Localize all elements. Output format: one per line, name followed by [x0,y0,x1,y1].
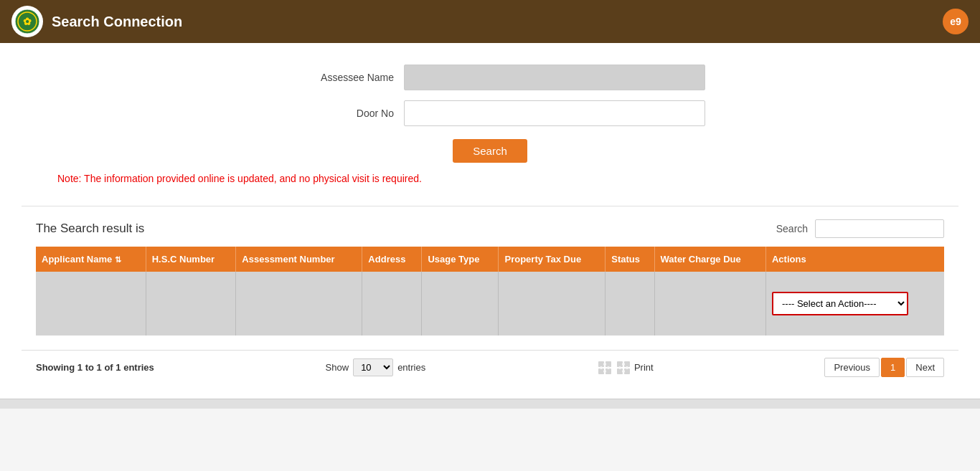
show-select[interactable]: 10 25 50 100 [353,358,393,376]
svg-rect-5 [598,368,604,374]
result-search-label: Search [776,223,808,234]
puzzle-icon-1 [597,360,613,376]
svg-rect-12 [624,361,630,367]
next-button[interactable]: Next [906,358,944,377]
cell-usage-type [422,272,499,336]
door-no-row: Door No [36,100,944,126]
pagination-nav: Previous 1 Next [824,358,944,377]
svg-rect-6 [606,368,611,374]
svg-point-8 [607,366,610,369]
col-usage-type: Usage Type [422,247,499,272]
col-address: Address [362,247,422,272]
door-no-label: Door No [275,108,404,119]
form-section: Assessee Name Door No Search Note: The i… [22,57,958,206]
col-applicant-name: Applicant Name ⇅ [36,247,146,272]
assessee-name-input[interactable] [404,65,705,90]
showing-from: 1 [77,362,83,373]
showing-total: 1 [116,362,121,373]
assessee-name-label: Assessee Name [275,72,404,83]
app-logo: ✿ [11,6,43,37]
col-actions: Actions [765,247,944,272]
svg-point-16 [626,366,628,369]
col-property-tax-due: Property Tax Due [499,247,606,272]
table-header-row: Applicant Name ⇅ H.S.C Number Assessment… [36,247,944,272]
svg-point-9 [603,370,606,373]
svg-rect-3 [598,361,604,367]
svg-point-15 [622,363,625,366]
svg-point-10 [600,366,603,369]
note-text: Note: The information provided online is… [57,173,944,184]
sort-icon[interactable]: ⇅ [115,255,121,264]
show-entries: Show 10 25 50 100 entries [326,358,426,376]
table-row: ---- Select an Action---- [36,272,944,336]
puzzle-icon-2 [616,360,631,376]
results-table: Applicant Name ⇅ H.S.C Number Assessment… [36,247,944,336]
showing-text: Showing 1 to 1 of 1 entries [36,362,154,373]
cell-assessment-number [236,272,362,336]
current-page-button[interactable]: 1 [881,358,905,377]
cell-status [606,272,654,336]
col-status: Status [606,247,654,272]
header-left: ✿ Search Connection [11,6,182,37]
bottom-scrollbar[interactable] [0,399,980,409]
print-link[interactable]: Print [634,362,654,373]
col-water-charge-due: Water Charge Due [654,247,765,272]
door-no-input[interactable] [404,100,705,126]
svg-point-7 [603,363,606,366]
svg-rect-11 [617,361,623,367]
search-button[interactable]: Search [453,139,527,163]
cell-water-charge-due [654,272,765,336]
cell-property-tax-due [499,272,606,336]
page-header: ✿ Search Connection e9 [0,0,980,43]
cell-hsc-number [146,272,236,336]
svg-point-18 [618,366,621,369]
svg-text:✿: ✿ [23,16,32,27]
col-hsc-number: H.S.C Number [146,247,236,272]
previous-button[interactable]: Previous [824,358,880,377]
svg-point-17 [622,370,625,373]
cell-address [362,272,422,336]
action-select[interactable]: ---- Select an Action---- [772,292,908,315]
footer-bar: Showing 1 to 1 of 1 entries Show 10 25 5… [22,350,958,384]
user-badge[interactable]: e9 [943,9,969,34]
main-content: Assessee Name Door No Search Note: The i… [0,43,980,399]
result-search-input[interactable] [815,219,944,238]
cell-actions: ---- Select an Action---- [765,272,944,336]
result-header: The Search result is Search [36,219,944,238]
cell-applicant-name [36,272,146,336]
svg-rect-13 [617,368,623,374]
pagination-icons: Print [597,360,654,376]
result-section: The Search result is Search Applicant Na… [22,206,958,350]
col-assessment-number: Assessment Number [236,247,362,272]
svg-rect-14 [624,368,630,374]
page-title: Search Connection [52,14,182,30]
showing-to: 1 [97,362,102,373]
assessee-name-row: Assessee Name [36,65,944,90]
result-search-container: Search [776,219,944,238]
search-button-row: Search [36,136,944,163]
result-title: The Search result is [36,222,144,236]
svg-rect-4 [606,361,611,367]
